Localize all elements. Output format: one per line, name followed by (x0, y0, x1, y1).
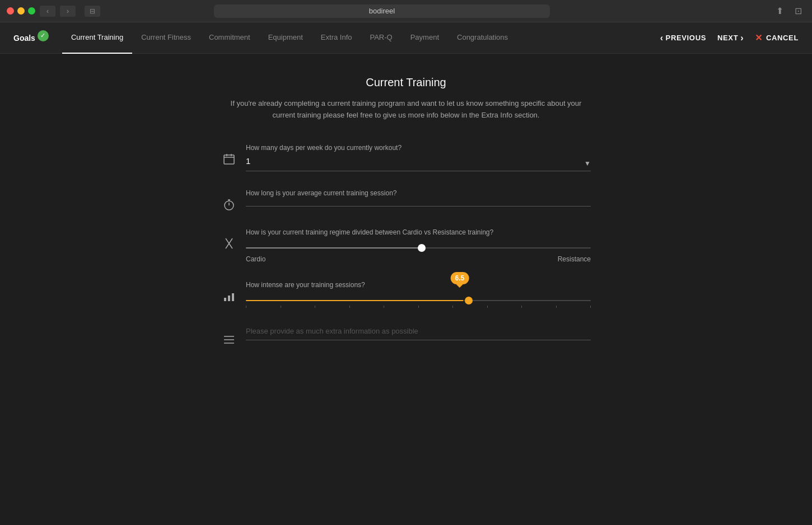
svg-rect-0 (224, 155, 234, 164)
header-actions: ‹ PREVIOUS NEXT › ✕ CANCEL (660, 32, 799, 43)
intensity-content: How intense are your training sessions? … (246, 281, 591, 308)
intensity-tooltip: 6.5 (451, 272, 469, 284)
back-arrow-button[interactable]: ‹ (40, 6, 55, 17)
intensity-slider-container: 6.5 (246, 293, 591, 308)
days-per-week-section: How many days per week do you currently … (221, 144, 591, 171)
tab-payment[interactable]: Payment (402, 22, 448, 54)
tick-6 (452, 306, 453, 308)
page-description: If you're already completing a current t… (221, 98, 591, 121)
cardio-label: Cardio (246, 255, 265, 263)
url-text: bodireel (369, 7, 395, 15)
window-controls (7, 7, 35, 15)
training-regime-section: How is your current training regime divi… (221, 228, 591, 263)
previous-arrow-icon: ‹ (660, 33, 664, 43)
window-actions: ⬆ ⊡ (773, 4, 805, 17)
tick-9 (556, 306, 557, 308)
traffic-light-yellow[interactable] (17, 7, 25, 15)
svg-rect-11 (228, 296, 230, 301)
traffic-light-green[interactable] (28, 7, 35, 15)
svg-rect-10 (224, 298, 226, 301)
app-header: Goals ✓ Current Training Current Fitness… (0, 22, 812, 54)
intensity-slider[interactable] (246, 300, 591, 301)
traffic-light-red[interactable] (7, 7, 14, 15)
stopwatch-icon (221, 189, 237, 210)
extra-info-section (221, 326, 591, 345)
tick-5 (418, 306, 419, 308)
training-regime-labels: Cardio Resistance (246, 255, 591, 263)
tick-3 (349, 306, 350, 308)
days-per-week-label: How many days per week do you currently … (246, 144, 591, 152)
previous-button[interactable]: ‹ PREVIOUS (660, 33, 706, 43)
extra-info-input[interactable] (246, 327, 591, 340)
share-button[interactable]: ⬆ (773, 4, 787, 17)
session-field (246, 201, 591, 207)
tab-par-q[interactable]: PAR-Q (361, 22, 401, 54)
tab-congratulations[interactable]: Congratulations (448, 22, 517, 54)
tick-0 (246, 306, 246, 308)
intensity-value: 6.5 (455, 274, 465, 282)
sidebar-toggle-button[interactable]: ⊟ (85, 6, 100, 17)
training-regime-slider[interactable] (246, 247, 591, 249)
logo-text: Goals (13, 34, 35, 43)
person-icon (221, 228, 237, 250)
cancel-button[interactable]: ✕ CANCEL (755, 32, 799, 43)
tick-1 (281, 306, 281, 308)
resistance-label: Resistance (558, 255, 591, 263)
training-regime-content: How is your current training regime divi… (246, 228, 591, 263)
previous-label: PREVIOUS (666, 34, 706, 42)
menu-icon (221, 326, 237, 345)
tab-current-training[interactable]: Current Training (62, 22, 132, 54)
page-title: Current Training (221, 76, 591, 89)
tick-7 (487, 306, 488, 308)
tab-equipment[interactable]: Equipment (259, 22, 312, 54)
training-regime-label: How is your current training regime divi… (246, 228, 591, 236)
next-button[interactable]: NEXT › (717, 33, 744, 43)
session-length-label: How long is your average current trainin… (246, 189, 591, 197)
window-chrome: ‹ › ⊟ bodireel ⬆ ⊡ (0, 0, 812, 22)
tick-10 (590, 306, 591, 308)
tab-current-fitness[interactable]: Current Fitness (132, 22, 200, 54)
forward-arrow-button[interactable]: › (60, 6, 76, 17)
days-per-week-content: How many days per week do you currently … (246, 144, 591, 171)
new-tab-button[interactable]: ⊡ (791, 4, 805, 17)
tick-4 (384, 306, 384, 308)
url-bar: bodireel (214, 4, 550, 18)
cancel-x-icon: ✕ (755, 32, 763, 43)
calendar-icon (221, 144, 237, 165)
intensity-section: How intense are your training sessions? … (221, 281, 591, 308)
chart-icon (221, 281, 237, 302)
tab-extra-info[interactable]: Extra Info (312, 22, 361, 54)
logo-area: Goals ✓ (13, 34, 49, 43)
tab-commitment[interactable]: Commitment (200, 22, 259, 54)
tick-8 (521, 306, 522, 308)
session-length-section: How long is your average current trainin… (221, 189, 591, 210)
days-per-week-select[interactable]: 1 2 3 4 5 6 7 (246, 156, 591, 166)
next-label: NEXT (717, 34, 738, 42)
intensity-label: How intense are your training sessions? (246, 281, 591, 289)
logo-check-icon: ✓ (38, 30, 49, 41)
tick-2 (315, 306, 315, 308)
cancel-label: CANCEL (766, 34, 799, 42)
main-content: Current Training If you're already compl… (210, 54, 602, 367)
days-per-week-wrapper: 1 2 3 4 5 6 7 ▼ (246, 156, 591, 171)
svg-rect-12 (232, 293, 234, 301)
training-regime-slider-container (246, 241, 591, 251)
tick-marks (246, 306, 591, 308)
next-arrow-icon: › (740, 33, 744, 43)
session-length-content: How long is your average current trainin… (246, 189, 591, 207)
nav-tabs: Current Training Current Fitness Commitm… (62, 22, 660, 54)
extra-info-content (246, 326, 591, 340)
